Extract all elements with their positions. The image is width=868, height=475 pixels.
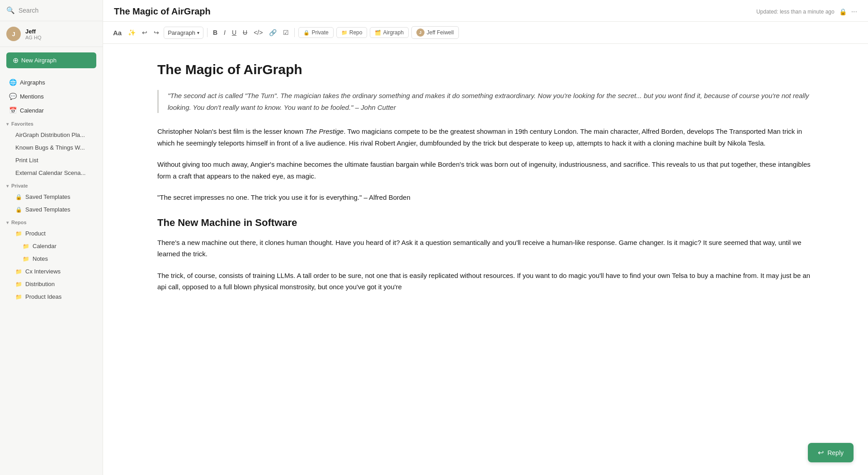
folder-icon-distribution: 📁	[15, 281, 22, 287]
redo-button[interactable]: ↪	[151, 27, 162, 38]
blockquote: "The second act is called "The Turn". Th…	[157, 90, 814, 113]
content-area: The Magic of AirGraph "The second act is…	[103, 44, 868, 475]
private-section-header[interactable]: ▾ Private	[0, 179, 103, 190]
favorite-item-4[interactable]: External Calendar Scena...	[3, 167, 100, 179]
bold-icon: B	[213, 29, 217, 36]
toolbar-divider-2	[294, 28, 295, 37]
search-bar[interactable]: 🔍 Search	[0, 0, 103, 21]
user-row[interactable]: J Jeff AG HQ	[0, 21, 103, 47]
airgraph-badge-label: Airgraph	[383, 29, 403, 36]
repo-badge-label: Repo	[349, 29, 363, 36]
repo-item-distribution[interactable]: 📁 Distribution	[3, 278, 100, 290]
repo-item-product[interactable]: 📁 Product	[3, 227, 100, 240]
repo-child-calendar[interactable]: 📁 Calendar	[3, 240, 100, 252]
nav-label-mentions: Mentions	[20, 93, 44, 100]
sparkle-icon: ✨	[128, 29, 136, 36]
more-options-icon[interactable]: ···	[851, 8, 857, 16]
airgraph-badge-icon: 🗂️	[375, 30, 381, 36]
favorites-section-header[interactable]: ▾ Favorites	[0, 118, 103, 128]
redo-icon: ↪	[154, 29, 159, 36]
strikethrough-button[interactable]: U	[240, 27, 250, 38]
style-button[interactable]: ✨	[125, 27, 138, 38]
repos-label: Repos	[11, 220, 27, 225]
repo-label-distribution: Distribution	[25, 281, 55, 287]
sidebar-item-calendar[interactable]: 📅 Calendar	[3, 103, 100, 117]
nav-label-airgraphs: Airgraphs	[20, 79, 45, 86]
section2-paragraph-1: There's a new machine out there, it clon…	[157, 237, 814, 260]
reply-arrow-icon: ↩	[818, 448, 824, 457]
strikethrough-icon: U	[243, 29, 247, 36]
airgraph-badge[interactable]: 🗂️ Airgraph	[370, 27, 408, 38]
favorite-label-4: External Calendar Scena...	[15, 169, 85, 176]
user-name: Jeff	[25, 28, 41, 35]
avatar: J	[6, 27, 21, 41]
private-label-2: Saved Templates	[25, 206, 71, 213]
user-info: Jeff AG HQ	[25, 28, 41, 40]
favorite-item-2[interactable]: Known Bugs & Things W...	[3, 141, 100, 154]
calendar-icon: 📅	[9, 107, 16, 114]
folder-icon-product: 📁	[15, 230, 22, 237]
lock-icon-1: 🔒	[15, 194, 22, 200]
font-button[interactable]: Aa	[110, 27, 124, 39]
sidebar-item-airgraphs[interactable]: 🌐 Airgraphs	[3, 75, 100, 89]
checkbox-button[interactable]: ☑	[280, 27, 292, 38]
search-label: Search	[19, 7, 38, 14]
bold-button[interactable]: B	[210, 27, 220, 38]
favorites-label: Favorites	[11, 121, 33, 127]
undo-button[interactable]: ↩	[139, 27, 150, 38]
code-button[interactable]: </>	[251, 27, 265, 38]
private-badge-label: Private	[311, 29, 328, 36]
new-airgraph-label: New Airgraph	[21, 57, 57, 64]
repos-section-header[interactable]: ▾ Repos	[0, 216, 103, 227]
chevron-down-icon: ▾	[197, 30, 199, 35]
search-icon: 🔍	[6, 6, 15, 14]
private-label-1: Saved Templates	[25, 193, 71, 200]
private-item-1[interactable]: 🔒 Saved Templates	[3, 191, 100, 203]
sidebar-nav: 🌐 Airgraphs 💬 Mentions 📅 Calendar ▾ Favo…	[0, 74, 103, 305]
body-paragraph-3: "The secret impresses no one. The trick …	[157, 192, 814, 203]
repo-child-calendar-label: Calendar	[33, 243, 57, 249]
doc-title[interactable]: The Magic of AirGraph	[157, 62, 814, 77]
underline-button[interactable]: U	[229, 27, 239, 38]
repo-label-product: Product	[25, 230, 46, 237]
favorite-label-1: AirGraph Distribution Pla...	[15, 132, 85, 138]
user-badge-avatar: J	[416, 28, 425, 37]
undo-icon: ↩	[142, 29, 147, 36]
plus-icon: ⊕	[13, 56, 19, 65]
private-badge-icon: 🔒	[303, 30, 310, 36]
private-badge[interactable]: 🔒 Private	[298, 27, 333, 38]
favorite-label-3: Print List	[15, 157, 38, 164]
lock-icon-2: 🔒	[15, 207, 22, 213]
main-area: The Magic of AirGraph Updated: less than…	[103, 0, 868, 475]
repo-badge-icon: 📁	[341, 30, 348, 36]
repo-child-notes[interactable]: 📁 Notes	[3, 253, 100, 265]
reply-button[interactable]: ↩ Reply	[808, 443, 854, 462]
code-icon: </>	[254, 29, 263, 36]
section2-paragraph-2: The trick, of course, consists of traini…	[157, 270, 814, 293]
repo-item-interviews[interactable]: 📁 Cx Interviews	[3, 265, 100, 277]
repo-child-notes-label: Notes	[33, 255, 48, 262]
body-paragraph-2: Without giving too much away, Angier's m…	[157, 159, 814, 182]
header-bar: The Magic of AirGraph Updated: less than…	[103, 0, 868, 22]
font-icon: Aa	[113, 29, 122, 37]
private-item-2[interactable]: 🔒 Saved Templates	[3, 203, 100, 216]
toolbar: Aa ✨ ↩ ↪ Paragraph ▾ B I U U </>	[103, 22, 868, 44]
repo-badge[interactable]: 📁 Repo	[336, 27, 368, 38]
repo-item-product-ideas[interactable]: 📁 Product Ideas	[3, 291, 100, 303]
italic-button[interactable]: I	[221, 27, 228, 38]
paragraph-selector[interactable]: Paragraph ▾	[164, 27, 203, 39]
user-badge[interactable]: J Jeff Feiwell	[411, 26, 459, 39]
user-org: AG HQ	[25, 35, 41, 40]
underline-icon: U	[232, 29, 236, 36]
favorite-label-2: Known Bugs & Things W...	[15, 144, 85, 151]
sidebar-item-mentions[interactable]: 💬 Mentions	[3, 89, 100, 103]
header-right: Updated: less than a minute ago 🔒 ···	[756, 8, 857, 16]
mention-icon: 💬	[9, 93, 16, 100]
favorite-item-3[interactable]: Print List	[3, 154, 100, 166]
new-airgraph-button[interactable]: ⊕ New Airgraph	[6, 52, 96, 68]
lock-header-icon[interactable]: 🔒	[839, 8, 847, 15]
link-button[interactable]: 🔗	[266, 27, 279, 38]
body-paragraph-1: Christopher Nolan's best film is the les…	[157, 126, 814, 149]
user-badge-name: Jeff Feiwell	[427, 29, 454, 36]
favorite-item-1[interactable]: AirGraph Distribution Pla...	[3, 129, 100, 141]
